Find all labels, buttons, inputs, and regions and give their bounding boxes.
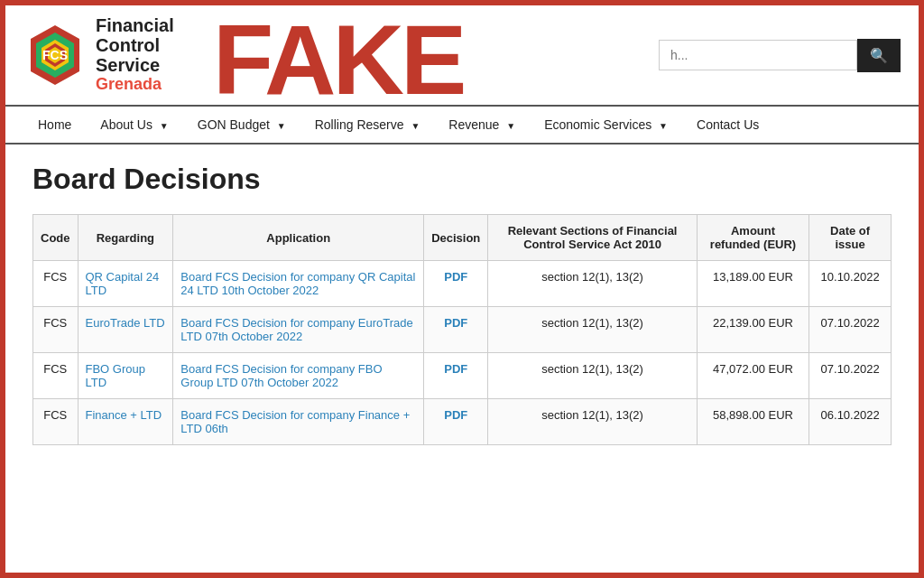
cell-regarding[interactable]: Finance + LTD — [78, 399, 173, 445]
nav-link-home[interactable]: Home — [23, 107, 86, 143]
cell-date: 06.10.2022 — [809, 399, 892, 445]
regarding-link[interactable]: Finance + LTD — [86, 408, 162, 422]
cell-code: FCS — [33, 307, 79, 353]
cell-sections: section 12(1), 13(2) — [488, 353, 697, 399]
regarding-link[interactable]: FBO Group LTD — [86, 362, 145, 389]
logo-icon: FCS — [23, 23, 87, 87]
cell-decision[interactable]: PDF — [424, 307, 488, 353]
col-code: Code — [33, 215, 79, 261]
nav-item-economic[interactable]: Economic Services ▼ — [530, 107, 682, 143]
cell-sections: section 12(1), 13(2) — [488, 261, 697, 307]
fake-watermark: FAKE — [213, 10, 463, 109]
col-application: Application — [173, 215, 424, 261]
search-button[interactable]: 🔍 — [857, 39, 901, 72]
application-link[interactable]: Board FCS Decision for company Finance +… — [180, 408, 410, 435]
application-link[interactable]: Board FCS Decision for company EuroTrade… — [180, 316, 412, 343]
pdf-link[interactable]: PDF — [444, 316, 467, 330]
table-row: FCS FBO Group LTD Board FCS Decision for… — [33, 353, 892, 399]
application-link[interactable]: Board FCS Decision for company FBO Group… — [180, 362, 382, 389]
table-row: FCS QR Capital 24 LTD Board FCS Decision… — [33, 261, 892, 307]
cell-code: FCS — [33, 399, 79, 445]
nav-item-contact[interactable]: Contact Us — [682, 107, 773, 143]
page-title: Board Decisions — [32, 163, 892, 196]
svg-text:FCS: FCS — [42, 48, 68, 62]
cell-amount: 22,139.00 EUR — [697, 307, 808, 353]
chevron-down-icon: ▼ — [659, 121, 668, 131]
col-date: Date of issue — [809, 215, 892, 261]
cell-decision[interactable]: PDF — [424, 261, 488, 307]
cell-amount: 58,898.00 EUR — [697, 399, 808, 445]
cell-application[interactable]: Board FCS Decision for company EuroTrade… — [173, 307, 424, 353]
cell-decision[interactable]: PDF — [424, 399, 488, 445]
cell-date: 10.10.2022 — [809, 261, 892, 307]
nav-item-home[interactable]: Home — [23, 107, 86, 143]
main-content: Board Decisions Code Regarding Applicati… — [5, 144, 919, 463]
pdf-link[interactable]: PDF — [444, 408, 467, 422]
table-row: FCS EuroTrade LTD Board FCS Decision for… — [33, 307, 892, 353]
board-decisions-table: Code Regarding Application Decision Rele… — [32, 214, 892, 445]
chevron-down-icon: ▼ — [506, 121, 515, 131]
cell-application[interactable]: Board FCS Decision for company Finance +… — [173, 399, 424, 445]
cell-sections: section 12(1), 13(2) — [488, 307, 697, 353]
chevron-down-icon: ▼ — [160, 121, 169, 131]
chevron-down-icon: ▼ — [277, 121, 286, 131]
logo-text: Financial Control Service Grenada — [96, 15, 174, 95]
cell-regarding[interactable]: EuroTrade LTD — [78, 307, 173, 353]
chevron-down-icon: ▼ — [411, 121, 420, 131]
search-wrap: 🔍 — [659, 39, 901, 72]
regarding-link[interactable]: EuroTrade LTD — [86, 316, 165, 330]
cell-regarding[interactable]: QR Capital 24 LTD — [78, 261, 173, 307]
org-sub: Grenada — [96, 75, 174, 95]
nav-link-about[interactable]: About Us ▼ — [86, 107, 182, 143]
cell-date: 07.10.2022 — [809, 353, 892, 399]
cell-code: FCS — [33, 353, 79, 399]
cell-decision[interactable]: PDF — [424, 353, 488, 399]
nav-item-about[interactable]: About Us ▼ — [86, 107, 182, 143]
pdf-link[interactable]: PDF — [444, 362, 467, 376]
org-name: Financial Control Service — [96, 15, 174, 75]
cell-code: FCS — [33, 261, 79, 307]
cell-sections: section 12(1), 13(2) — [488, 399, 697, 445]
application-link[interactable]: Board FCS Decision for company QR Capita… — [180, 270, 415, 297]
pdf-link[interactable]: PDF — [444, 270, 467, 284]
cell-regarding[interactable]: FBO Group LTD — [78, 353, 173, 399]
col-amount: Amount refunded (EUR) — [697, 215, 808, 261]
table-row: FCS Finance + LTD Board FCS Decision for… — [33, 399, 892, 445]
cell-amount: 47,072.00 EUR — [697, 353, 808, 399]
regarding-link[interactable]: QR Capital 24 LTD — [86, 270, 160, 297]
cell-application[interactable]: Board FCS Decision for company QR Capita… — [173, 261, 424, 307]
col-regarding: Regarding — [78, 215, 173, 261]
cell-date: 07.10.2022 — [809, 307, 892, 353]
col-decision: Decision — [424, 215, 488, 261]
logo-wrap: FCS Financial Control Service Grenada — [23, 15, 174, 95]
col-sections: Relevant Sections of Financial Control S… — [488, 215, 697, 261]
cell-amount: 13,189.00 EUR — [697, 261, 808, 307]
header: FCS Financial Control Service Grenada FA… — [5, 5, 919, 105]
nav-link-contact[interactable]: Contact Us — [682, 107, 773, 143]
cell-application[interactable]: Board FCS Decision for company FBO Group… — [173, 353, 424, 399]
search-input[interactable] — [659, 40, 857, 70]
nav-link-economic[interactable]: Economic Services ▼ — [530, 107, 682, 143]
